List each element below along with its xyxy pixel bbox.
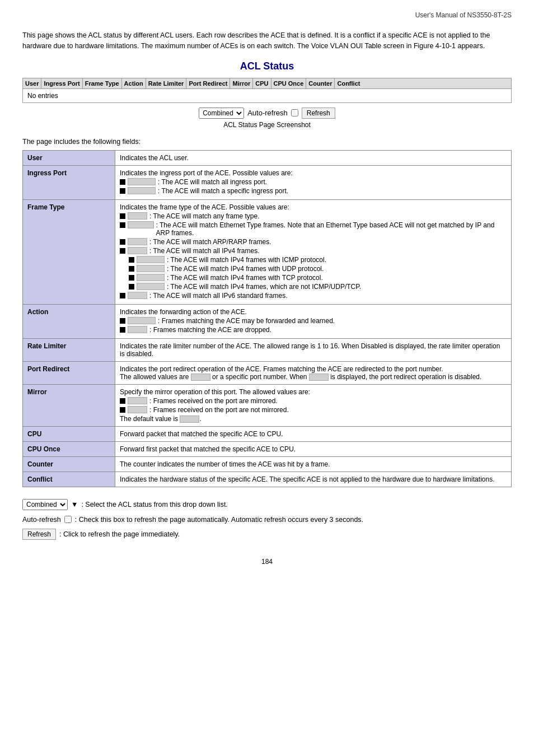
field-frame-type: Frame Type Indicates the frame type of t… — [23, 199, 512, 304]
intro-paragraph: This page shows the ACL status by differ… — [22, 30, 512, 52]
field-counter: Counter The counter indicates the number… — [23, 457, 512, 472]
col-mirror: Mirror — [230, 78, 253, 88]
bullet-icon — [129, 275, 134, 281]
col-user: User — [23, 78, 41, 88]
field-mirror-name: Mirror — [23, 384, 115, 426]
bottom-section: Combined ▼ : Select the ACL status from … — [22, 498, 512, 541]
bottom-refresh-row: Refresh : Click to refresh the page imme… — [22, 528, 512, 541]
bottom-combined-row: Combined ▼ : Select the ACL status from … — [22, 498, 512, 511]
combined-dropdown[interactable]: Combined — [199, 108, 244, 119]
page-header: User's Manual of NS3550-8T-2S — [22, 11, 512, 19]
field-action-desc: Indicates the forwarding action of the A… — [115, 304, 512, 338]
field-cpu-once: CPU Once Forward first packet that match… — [23, 442, 512, 457]
bullet-icon — [120, 213, 125, 219]
col-counter: Counter — [306, 78, 335, 88]
field-rate-limiter: Rate Limiter Indicates the rate limiter … — [23, 338, 512, 361]
col-cpu: CPU — [253, 78, 271, 88]
col-redirect: Port Redirect — [186, 78, 230, 88]
field-conflict-desc: Indicates the hardware status of the spe… — [115, 472, 512, 487]
inline-value — [128, 187, 156, 194]
bottom-autorefresh-desc: : Check this box to refresh the page aut… — [75, 514, 363, 526]
auto-refresh-label: Auto-refresh — [247, 109, 288, 117]
auto-refresh-checkbox[interactable] — [291, 109, 298, 116]
inline-value — [128, 221, 154, 228]
bottom-combined-desc: : Select the ACL status from this drop d… — [81, 498, 227, 511]
field-ingress-name: Ingress Port — [23, 165, 115, 199]
field-ingress-desc: Indicates the ingress port of the ACE. P… — [115, 165, 512, 199]
field-mirror-desc: Specify the mirror operation of this por… — [115, 384, 512, 426]
manual-title: User's Manual of NS3550-8T-2S — [415, 11, 512, 19]
field-mirror: Mirror Specify the mirror operation of t… — [23, 384, 512, 426]
fields-intro: The page includes the following fields: — [22, 138, 512, 146]
bottom-autorefresh-row: Auto-refresh : Check this box to refresh… — [22, 514, 512, 526]
field-port-redirect: Port Redirect Indicates the port redirec… — [23, 361, 512, 384]
bottom-refresh-desc: : Click to refresh the page immediately. — [59, 528, 180, 541]
field-frame-name: Frame Type — [23, 199, 115, 304]
bullet-icon — [129, 266, 134, 272]
inline-value — [128, 247, 147, 254]
field-user-desc: Indicates the ACL user. — [115, 150, 512, 165]
bullet-icon — [120, 327, 125, 333]
field-cpu: CPU Forward packet that matched the spec… — [23, 427, 512, 442]
ingress-bullet-2: : The ACE will match a specific ingress … — [120, 187, 507, 195]
bottom-autorefresh-checkbox[interactable] — [64, 516, 72, 523]
col-ingress: Ingress Port — [41, 78, 82, 88]
bullet-icon — [129, 284, 134, 290]
field-redirect-desc: Indicates the port redirect operation of… — [115, 361, 512, 384]
field-rate-name: Rate Limiter — [23, 338, 115, 361]
autorefresh-label: Auto-refresh — [22, 514, 61, 526]
fields-table: User Indicates the ACL user. Ingress Por… — [22, 150, 512, 488]
field-frame-desc: Indicates the frame type of the ACE. Pos… — [115, 199, 512, 304]
inline-value — [128, 397, 147, 404]
bullet-icon — [120, 318, 125, 324]
field-cpu-name: CPU — [23, 427, 115, 442]
inline-value — [128, 212, 147, 220]
field-action-name: Action — [23, 304, 115, 338]
bullet-icon — [120, 188, 125, 194]
page-number: 184 — [22, 558, 512, 566]
inline-value — [128, 238, 147, 245]
col-action: Action — [122, 78, 146, 88]
bullet-icon — [120, 398, 125, 404]
field-user: User Indicates the ACL user. — [23, 150, 512, 165]
bullet-icon — [120, 248, 125, 254]
inline-value — [191, 374, 210, 381]
field-counter-name: Counter — [23, 457, 115, 472]
field-user-name: User — [23, 150, 115, 165]
field-cpu-once-desc: Forward first packet that matched the sp… — [115, 442, 512, 457]
field-counter-desc: The counter indicates the number of time… — [115, 457, 512, 472]
bullet-icon — [120, 179, 125, 185]
inline-value — [137, 283, 165, 290]
inline-value — [137, 265, 165, 272]
refresh-button[interactable]: Refresh — [302, 108, 335, 119]
col-conflict: Conflict — [335, 78, 362, 88]
inline-value — [128, 326, 147, 333]
col-cpu-once: CPU Once — [271, 78, 307, 88]
field-cpu-once-name: CPU Once — [23, 442, 115, 457]
bullet-icon — [129, 257, 134, 263]
field-rate-desc: Indicates the rate limiter number of the… — [115, 338, 512, 361]
field-action: Action Indicates the forwarding action o… — [23, 304, 512, 338]
field-conflict: Conflict Indicates the hardware status o… — [23, 472, 512, 487]
inline-value — [180, 416, 199, 423]
bottom-combined-dropdown[interactable]: Combined — [22, 499, 68, 510]
screenshot-caption: ACL Status Page Screenshot — [22, 121, 512, 129]
bullet-icon — [120, 407, 125, 413]
inline-value — [128, 406, 147, 413]
acl-controls: Combined Auto-refresh Refresh — [22, 108, 512, 119]
inline-value — [128, 317, 156, 324]
bullet-icon — [120, 293, 125, 298]
inline-value — [309, 374, 329, 381]
inline-value — [128, 292, 147, 299]
field-redirect-name: Port Redirect — [23, 361, 115, 384]
ingress-bullet-1: : The ACE will match all ingress port. — [120, 178, 507, 186]
bullet-icon — [120, 239, 125, 245]
acl-table-header: User Ingress Port Frame Type Action Rate… — [23, 78, 511, 89]
field-cpu-desc: Forward packet that matched the specific… — [115, 427, 512, 442]
col-frame: Frame Type — [83, 78, 122, 88]
acl-status-title: ACL Status — [22, 60, 512, 72]
inline-value — [137, 256, 165, 263]
bullet-icon — [120, 222, 125, 228]
inline-value — [137, 274, 165, 281]
bottom-refresh-button[interactable]: Refresh — [22, 529, 56, 540]
